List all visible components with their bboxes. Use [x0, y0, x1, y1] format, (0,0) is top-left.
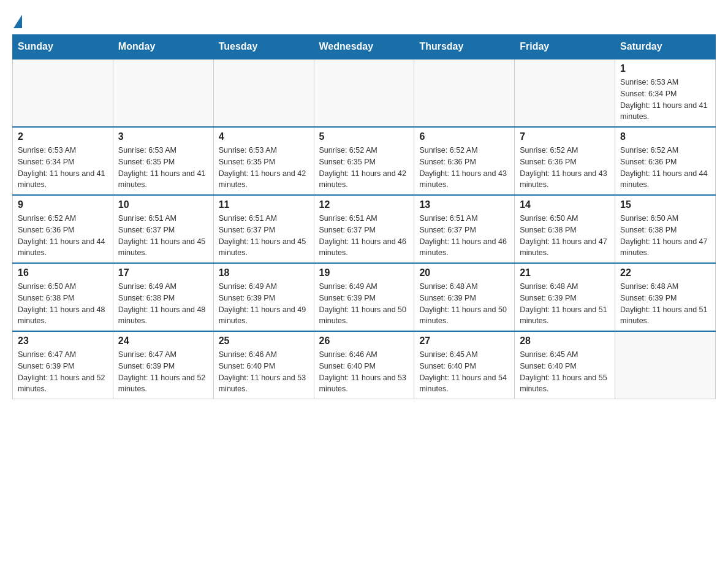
day-info: Sunrise: 6:51 AMSunset: 6:37 PMDaylight:… [319, 213, 409, 259]
calendar-cell: 22Sunrise: 6:48 AMSunset: 6:39 PMDayligh… [615, 263, 716, 331]
day-info: Sunrise: 6:50 AMSunset: 6:38 PMDaylight:… [18, 281, 108, 327]
day-info: Sunrise: 6:53 AMSunset: 6:35 PMDaylight:… [118, 145, 208, 191]
day-info: Sunrise: 6:52 AMSunset: 6:36 PMDaylight:… [18, 213, 108, 259]
day-number: 12 [319, 199, 409, 210]
day-number: 10 [118, 199, 208, 210]
day-number: 13 [419, 199, 509, 210]
calendar-cell [13, 59, 113, 127]
calendar-week-row: 2Sunrise: 6:53 AMSunset: 6:34 PMDaylight… [13, 127, 716, 195]
day-number: 18 [219, 267, 309, 278]
day-number: 26 [319, 335, 409, 347]
calendar-cell: 17Sunrise: 6:49 AMSunset: 6:38 PMDayligh… [113, 263, 213, 331]
day-info: Sunrise: 6:52 AMSunset: 6:36 PMDaylight:… [419, 145, 509, 191]
calendar-cell: 3Sunrise: 6:53 AMSunset: 6:35 PMDaylight… [113, 127, 213, 195]
day-info: Sunrise: 6:45 AMSunset: 6:40 PMDaylight:… [520, 349, 610, 395]
day-info: Sunrise: 6:52 AMSunset: 6:35 PMDaylight:… [319, 145, 409, 191]
calendar-cell: 25Sunrise: 6:46 AMSunset: 6:40 PMDayligh… [213, 331, 314, 399]
day-number: 28 [520, 335, 610, 347]
calendar-cell [414, 59, 515, 127]
day-info: Sunrise: 6:50 AMSunset: 6:38 PMDaylight:… [520, 213, 610, 259]
day-number: 24 [118, 335, 208, 347]
calendar-cell: 13Sunrise: 6:51 AMSunset: 6:37 PMDayligh… [414, 195, 515, 263]
day-number: 5 [319, 131, 409, 142]
day-number: 27 [419, 335, 509, 347]
day-info: Sunrise: 6:48 AMSunset: 6:39 PMDaylight:… [520, 281, 610, 327]
calendar-cell: 27Sunrise: 6:45 AMSunset: 6:40 PMDayligh… [414, 331, 515, 399]
calendar-cell: 8Sunrise: 6:52 AMSunset: 6:36 PMDaylight… [615, 127, 716, 195]
page-header [12, 12, 716, 28]
weekday-header-sunday: Sunday [13, 35, 113, 59]
day-info: Sunrise: 6:45 AMSunset: 6:40 PMDaylight:… [419, 349, 509, 395]
calendar-week-row: 1Sunrise: 6:53 AMSunset: 6:34 PMDaylight… [13, 59, 716, 127]
day-info: Sunrise: 6:50 AMSunset: 6:38 PMDaylight:… [620, 213, 710, 259]
day-number: 6 [419, 131, 509, 142]
day-number: 23 [18, 335, 108, 347]
calendar-cell: 24Sunrise: 6:47 AMSunset: 6:39 PMDayligh… [113, 331, 213, 399]
day-info: Sunrise: 6:49 AMSunset: 6:39 PMDaylight:… [319, 281, 409, 327]
calendar-cell: 19Sunrise: 6:49 AMSunset: 6:39 PMDayligh… [314, 263, 414, 331]
calendar-cell: 6Sunrise: 6:52 AMSunset: 6:36 PMDaylight… [414, 127, 515, 195]
day-number: 16 [18, 267, 108, 278]
day-number: 25 [219, 335, 309, 347]
day-info: Sunrise: 6:52 AMSunset: 6:36 PMDaylight:… [520, 145, 610, 191]
calendar-cell [515, 59, 615, 127]
calendar-cell: 12Sunrise: 6:51 AMSunset: 6:37 PMDayligh… [314, 195, 414, 263]
calendar-table: SundayMondayTuesdayWednesdayThursdayFrid… [12, 34, 716, 399]
day-info: Sunrise: 6:51 AMSunset: 6:37 PMDaylight:… [419, 213, 509, 259]
day-number: 3 [118, 131, 208, 142]
day-number: 1 [620, 63, 710, 74]
day-number: 11 [219, 199, 309, 210]
calendar-cell [615, 331, 716, 399]
calendar-cell [314, 59, 414, 127]
day-info: Sunrise: 6:47 AMSunset: 6:39 PMDaylight:… [118, 349, 208, 395]
day-number: 21 [520, 267, 610, 278]
calendar-cell: 18Sunrise: 6:49 AMSunset: 6:39 PMDayligh… [213, 263, 314, 331]
calendar-cell: 20Sunrise: 6:48 AMSunset: 6:39 PMDayligh… [414, 263, 515, 331]
day-info: Sunrise: 6:46 AMSunset: 6:40 PMDaylight:… [319, 349, 409, 395]
day-info: Sunrise: 6:53 AMSunset: 6:34 PMDaylight:… [620, 77, 710, 123]
calendar-cell: 9Sunrise: 6:52 AMSunset: 6:36 PMDaylight… [13, 195, 113, 263]
day-number: 22 [620, 267, 710, 278]
calendar-week-row: 9Sunrise: 6:52 AMSunset: 6:36 PMDaylight… [13, 195, 716, 263]
calendar-header-row: SundayMondayTuesdayWednesdayThursdayFrid… [13, 35, 716, 59]
day-info: Sunrise: 6:53 AMSunset: 6:35 PMDaylight:… [219, 145, 309, 191]
calendar-cell: 15Sunrise: 6:50 AMSunset: 6:38 PMDayligh… [615, 195, 716, 263]
calendar-week-row: 16Sunrise: 6:50 AMSunset: 6:38 PMDayligh… [13, 263, 716, 331]
calendar-cell: 4Sunrise: 6:53 AMSunset: 6:35 PMDaylight… [213, 127, 314, 195]
calendar-cell: 5Sunrise: 6:52 AMSunset: 6:35 PMDaylight… [314, 127, 414, 195]
day-info: Sunrise: 6:51 AMSunset: 6:37 PMDaylight:… [118, 213, 208, 259]
calendar-week-row: 23Sunrise: 6:47 AMSunset: 6:39 PMDayligh… [13, 331, 716, 399]
calendar-cell: 14Sunrise: 6:50 AMSunset: 6:38 PMDayligh… [515, 195, 615, 263]
day-number: 19 [319, 267, 409, 278]
calendar-cell: 16Sunrise: 6:50 AMSunset: 6:38 PMDayligh… [13, 263, 113, 331]
weekday-header-tuesday: Tuesday [213, 35, 314, 59]
calendar-cell: 10Sunrise: 6:51 AMSunset: 6:37 PMDayligh… [113, 195, 213, 263]
logo-triangle-icon [13, 15, 22, 28]
calendar-cell [213, 59, 314, 127]
logo [12, 12, 22, 28]
day-number: 2 [18, 131, 108, 142]
day-info: Sunrise: 6:53 AMSunset: 6:34 PMDaylight:… [18, 145, 108, 191]
calendar-cell: 21Sunrise: 6:48 AMSunset: 6:39 PMDayligh… [515, 263, 615, 331]
calendar-cell: 28Sunrise: 6:45 AMSunset: 6:40 PMDayligh… [515, 331, 615, 399]
day-number: 15 [620, 199, 710, 210]
calendar-cell [113, 59, 213, 127]
weekday-header-thursday: Thursday [414, 35, 515, 59]
day-number: 4 [219, 131, 309, 142]
day-info: Sunrise: 6:48 AMSunset: 6:39 PMDaylight:… [419, 281, 509, 327]
day-info: Sunrise: 6:48 AMSunset: 6:39 PMDaylight:… [620, 281, 710, 327]
day-info: Sunrise: 6:49 AMSunset: 6:39 PMDaylight:… [219, 281, 309, 327]
calendar-cell: 2Sunrise: 6:53 AMSunset: 6:34 PMDaylight… [13, 127, 113, 195]
weekday-header-saturday: Saturday [615, 35, 716, 59]
day-number: 9 [18, 199, 108, 210]
day-number: 8 [620, 131, 710, 142]
calendar-cell: 26Sunrise: 6:46 AMSunset: 6:40 PMDayligh… [314, 331, 414, 399]
day-number: 7 [520, 131, 610, 142]
day-info: Sunrise: 6:49 AMSunset: 6:38 PMDaylight:… [118, 281, 208, 327]
day-number: 17 [118, 267, 208, 278]
day-info: Sunrise: 6:51 AMSunset: 6:37 PMDaylight:… [219, 213, 309, 259]
calendar-cell: 7Sunrise: 6:52 AMSunset: 6:36 PMDaylight… [515, 127, 615, 195]
weekday-header-friday: Friday [515, 35, 615, 59]
weekday-header-monday: Monday [113, 35, 213, 59]
day-info: Sunrise: 6:46 AMSunset: 6:40 PMDaylight:… [219, 349, 309, 395]
